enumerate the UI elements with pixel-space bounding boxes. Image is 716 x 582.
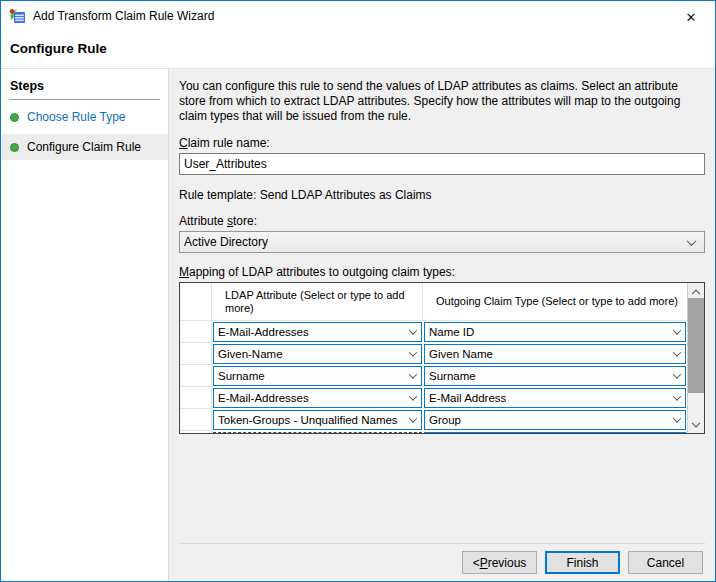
window-title: Add Transform Claim Rule Wizard [33, 9, 214, 23]
wizard-icon [9, 8, 26, 24]
attribute-store-value: Active Directory [184, 235, 268, 249]
partial-ldap-cell [212, 431, 423, 433]
scroll-down-icon[interactable] [688, 418, 704, 433]
row-selector-cell[interactable] [180, 365, 212, 387]
row-selector-cell[interactable] [180, 321, 212, 343]
step-complete-icon [10, 143, 19, 152]
header-gutter-cell [180, 283, 212, 321]
column-header-outgoing-claim-type: Outgoing Claim Type (Select or type to a… [423, 283, 687, 321]
table-partial-next-row [180, 431, 687, 433]
rule-template-text: Rule template: Send LDAP Attributes as C… [179, 188, 705, 202]
step-label: Choose Rule Type [27, 110, 126, 124]
steps-sidebar: Steps Choose Rule Type Configure Claim R… [1, 69, 169, 581]
outgoing-claim-type-value: Surname [429, 370, 476, 382]
chevron-down-icon [409, 392, 417, 400]
outgoing-claim-type-value: Group [429, 414, 461, 426]
table-row: SurnameSurname [180, 365, 687, 387]
table-row: E-Mail-AddressesName ID [180, 321, 687, 343]
chevron-down-icon [673, 370, 681, 378]
ldap-attribute-value: E-Mail-Addresses [218, 392, 309, 404]
chevron-down-icon [409, 370, 417, 378]
table-row: E-Mail-AddressesE-Mail Address [180, 387, 687, 409]
ldap-attribute-value: E-Mail-Addresses [218, 326, 309, 338]
ldap-attribute-select[interactable]: E-Mail-Addresses [213, 322, 422, 342]
outgoing-claim-type-select[interactable]: E-Mail Address [424, 388, 686, 408]
content-pane: You can configure this rule to send the … [169, 69, 715, 581]
mapping-label: Mapping of LDAP attributes to outgoing c… [179, 265, 705, 279]
table-header-row: LDAP Attribute (Select or type to add mo… [180, 283, 687, 321]
close-icon[interactable]: ✕ [682, 8, 700, 26]
partial-claim-cell [423, 431, 687, 433]
ldap-attribute-value: Surname [218, 370, 265, 382]
sidebar-item-configure-claim-rule[interactable]: Configure Claim Rule [1, 134, 168, 160]
outgoing-claim-type-select[interactable]: Given Name [424, 344, 686, 364]
claim-rule-name-value: User_Attributes [184, 157, 267, 171]
claim-rule-name-label: Claim rule name: [179, 136, 705, 150]
chevron-down-icon [409, 326, 417, 334]
chevron-down-icon [673, 414, 681, 422]
row-selector-cell [180, 431, 212, 433]
outgoing-claim-type-value: Name ID [429, 326, 474, 338]
table-row: Token-Groups - Unqualified NamesGroup [180, 409, 687, 431]
claim-rule-name-input[interactable]: User_Attributes [179, 153, 705, 175]
ldap-attribute-select[interactable]: Given-Name [213, 344, 422, 364]
row-selector-cell[interactable] [180, 409, 212, 431]
chevron-down-icon [687, 236, 697, 246]
chevron-down-icon [673, 348, 681, 356]
outgoing-claim-type-select[interactable]: Surname [424, 366, 686, 386]
ldap-attribute-value: Given-Name [218, 348, 283, 360]
previous-button[interactable]: < Previous [462, 551, 537, 574]
page-header: Configure Rule [1, 31, 715, 69]
sidebar-item-choose-rule-type[interactable]: Choose Rule Type [1, 104, 168, 130]
ldap-attribute-select[interactable]: E-Mail-Addresses [213, 388, 422, 408]
scrollbar-thumb[interactable] [688, 298, 704, 393]
attribute-store-label: Attribute store: [179, 214, 705, 228]
outgoing-claim-type-select[interactable]: Group [424, 410, 686, 430]
step-complete-icon [10, 113, 19, 122]
finish-button[interactable]: Finish [545, 551, 620, 574]
page-title: Configure Rule [10, 41, 715, 56]
title-bar: Add Transform Claim Rule Wizard ✕ [1, 1, 715, 31]
cancel-button[interactable]: Cancel [628, 551, 703, 574]
chevron-down-icon [673, 392, 681, 400]
column-header-ldap-attribute: LDAP Attribute (Select or type to add mo… [212, 283, 423, 321]
outgoing-claim-type-value: E-Mail Address [429, 392, 506, 404]
wizard-dialog: Add Transform Claim Rule Wizard ✕ Config… [0, 0, 716, 582]
attribute-store-select[interactable]: Active Directory [179, 231, 705, 253]
chevron-down-icon [409, 348, 417, 356]
table-body: E-Mail-AddressesName IDGiven-NameGiven N… [180, 321, 687, 431]
outgoing-claim-type-value: Given Name [429, 348, 493, 360]
table-row: Given-NameGiven Name [180, 343, 687, 365]
ldap-attribute-select[interactable]: Surname [213, 366, 422, 386]
scroll-up-icon[interactable] [688, 283, 704, 298]
step-label: Configure Claim Rule [27, 140, 141, 154]
scrollbar-track[interactable] [688, 298, 704, 418]
steps-heading: Steps [9, 75, 160, 100]
row-selector-cell[interactable] [180, 387, 212, 409]
button-bar: < Previous Finish Cancel [179, 543, 705, 581]
ldap-attribute-select[interactable]: Token-Groups - Unqualified Names [213, 410, 422, 430]
table-scrollbar[interactable] [687, 283, 704, 433]
ldap-mapping-table: LDAP Attribute (Select or type to add mo… [179, 282, 705, 434]
chevron-down-icon [673, 326, 681, 334]
ldap-attribute-value: Token-Groups - Unqualified Names [218, 414, 398, 426]
rule-description: You can configure this rule to send the … [179, 79, 707, 124]
row-selector-cell[interactable] [180, 343, 212, 365]
outgoing-claim-type-select[interactable]: Name ID [424, 322, 686, 342]
chevron-down-icon [409, 414, 417, 422]
